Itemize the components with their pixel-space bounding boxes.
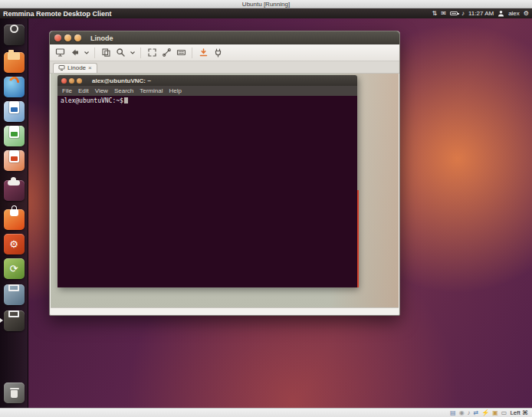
terminal-screen[interactable]: alex@ubuntuVNC:~$ xyxy=(57,96,357,287)
window-close-button[interactable] xyxy=(54,34,61,41)
vbox-titlebar: Ubuntu [Running] xyxy=(0,0,532,8)
shared-folders-icon[interactable]: ▣ xyxy=(492,410,498,416)
terminal-close-button[interactable] xyxy=(61,78,67,84)
shopping-bag-icon xyxy=(10,209,18,216)
hdd-icon[interactable]: ▤ xyxy=(450,410,456,416)
window-title: Linode xyxy=(90,34,113,42)
tab-linode[interactable]: Linode × xyxy=(53,63,97,73)
remmina-statusbar xyxy=(51,307,399,314)
calc-icon xyxy=(9,126,19,138)
battery-icon[interactable] xyxy=(450,11,458,15)
network-icon[interactable]: ⇄ xyxy=(474,410,479,416)
audio-icon[interactable]: ♪ xyxy=(468,410,471,416)
host-key-indicator: Left ⌘ xyxy=(510,409,528,416)
trash-icon xyxy=(11,390,18,398)
tools-icon[interactable] xyxy=(160,47,172,59)
zoom-menu-caret[interactable] xyxy=(129,47,136,59)
usb-icon[interactable]: ⚡ xyxy=(481,410,489,416)
launcher-item-dash[interactable] xyxy=(4,25,25,45)
remmina-titlebar[interactable]: Linode xyxy=(50,31,399,44)
menu-search[interactable]: Search xyxy=(114,87,133,94)
launcher-item-libreoffice-calc[interactable] xyxy=(4,126,25,146)
back-menu-caret[interactable] xyxy=(83,47,90,59)
terminal-minimize-button[interactable] xyxy=(69,78,74,84)
disconnect-icon[interactable] xyxy=(197,47,209,59)
tab-label: Linode xyxy=(67,64,86,71)
new-connection-icon[interactable] xyxy=(54,47,66,59)
refresh-icon: ⟳ xyxy=(4,258,25,279)
user-icon xyxy=(498,10,504,17)
launcher-item-update-manager[interactable]: ⟳ xyxy=(4,258,25,279)
volume-icon[interactable]: ♪ xyxy=(461,11,465,17)
launcher-item-libreoffice-impress[interactable] xyxy=(4,150,25,171)
cloud-icon xyxy=(8,180,20,186)
launcher-item-trash[interactable] xyxy=(4,383,25,403)
terminal-titlebar[interactable]: alex@ubuntuVNC: ~ xyxy=(57,75,357,86)
toolbar-separator xyxy=(140,48,141,58)
remmina-window: Linode xyxy=(49,31,400,316)
window-minimize-button[interactable] xyxy=(64,34,71,41)
menu-edit[interactable]: Edit xyxy=(78,87,89,94)
launcher-item-software-center[interactable] xyxy=(4,209,25,230)
unity-launcher: ⚙ ⟳ xyxy=(0,18,28,408)
tab-monitor-icon xyxy=(58,64,65,71)
remmina-tabbar: Linode × xyxy=(50,61,399,74)
window-maximize-button[interactable] xyxy=(74,34,81,41)
writer-icon xyxy=(9,101,19,113)
keyboard-grab-icon[interactable] xyxy=(175,47,187,59)
remmina-monitor-icon xyxy=(8,310,19,317)
fullscreen-icon[interactable] xyxy=(146,47,158,59)
toolbar-separator xyxy=(192,48,192,58)
launcher-item-remmina[interactable] xyxy=(4,310,25,331)
launcher-item-system-settings[interactable]: ⚙ xyxy=(4,234,25,254)
menu-file[interactable]: File xyxy=(62,87,72,94)
display-icon[interactable]: ▭ xyxy=(501,410,507,416)
vbox-title: Ubuntu [Running] xyxy=(242,1,290,8)
launcher-item-ubuntu-one[interactable] xyxy=(4,180,25,201)
top-panel: Remmina Remote Desktop Client ⇅ ✉ ♪ 11:2… xyxy=(0,8,532,18)
terminal-title: alex@ubuntuVNC: ~ xyxy=(92,77,151,84)
launcher-item-home-folder[interactable] xyxy=(4,52,25,73)
terminal-cursor xyxy=(124,97,128,103)
gear-icon: ⚙ xyxy=(4,234,25,254)
clock[interactable]: 11:27 AM xyxy=(468,10,494,17)
impress-icon xyxy=(9,150,19,163)
user-name[interactable]: alex xyxy=(508,10,520,17)
dash-icon xyxy=(10,25,18,33)
terminal-edge-highlight xyxy=(357,190,359,287)
shell-prompt: alex@ubuntuVNC:~$ xyxy=(61,97,123,104)
back-icon[interactable] xyxy=(68,47,80,59)
monitor-icon xyxy=(8,284,19,291)
remote-desktop-view[interactable]: alex@ubuntuVNC: ~ File Edit View Search … xyxy=(51,74,399,314)
vbox-statusbar: ▤ ◉ ♪ ⇄ ⚡ ▣ ▭ Left ⌘ xyxy=(0,408,532,417)
folder-icon xyxy=(8,52,20,60)
toolbar-separator xyxy=(94,48,95,58)
virtualbox-window: Ubuntu [Running] Remmina Remote Desktop … xyxy=(0,0,532,417)
desktop[interactable]: ⚙ ⟳ Linode xyxy=(0,18,532,408)
launcher-item-firefox[interactable] xyxy=(4,77,25,97)
network-icon[interactable]: ⇅ xyxy=(432,11,438,17)
launcher-item-displays[interactable] xyxy=(4,284,25,305)
terminal-menubar: File Edit View Search Terminal Help xyxy=(57,86,357,96)
optical-disc-icon[interactable]: ◉ xyxy=(459,410,465,416)
terminal-maximize-button[interactable] xyxy=(77,78,82,84)
session-gear-icon[interactable]: ⚙ xyxy=(524,11,529,17)
appmenu-title[interactable]: Remmina Remote Desktop Client xyxy=(3,10,112,18)
terminal-window: alex@ubuntuVNC: ~ File Edit View Search … xyxy=(57,75,357,287)
copy-icon[interactable] xyxy=(100,47,112,59)
menu-terminal[interactable]: Terminal xyxy=(140,87,163,94)
remmina-toolbar xyxy=(50,44,399,61)
menu-help[interactable]: Help xyxy=(169,87,181,94)
mail-icon[interactable]: ✉ xyxy=(441,11,446,17)
zoom-icon[interactable] xyxy=(114,47,126,59)
launcher-item-libreoffice-writer[interactable] xyxy=(4,101,25,122)
plug-icon[interactable] xyxy=(212,47,224,59)
tab-close-icon[interactable]: × xyxy=(88,65,92,71)
firefox-icon xyxy=(7,75,21,89)
menu-view[interactable]: View xyxy=(95,87,108,94)
